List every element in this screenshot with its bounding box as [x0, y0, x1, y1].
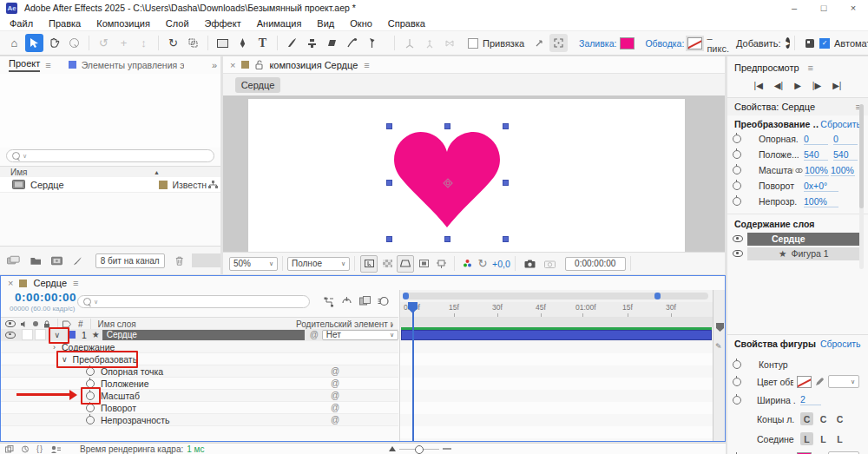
motion-blur-icon[interactable]	[378, 296, 389, 306]
play-button[interactable]: ▶	[794, 81, 801, 90]
selection-tool-icon[interactable]	[25, 34, 43, 52]
puppet-pin-tool-icon[interactable]	[363, 34, 381, 52]
join-round-button[interactable]: L	[817, 432, 830, 445]
anchor-y-value[interactable]: 0	[833, 134, 858, 145]
group-row-contents[interactable]: › Содержание	[1, 341, 398, 353]
text-tool-icon[interactable]: T	[253, 34, 272, 52]
home-tool-icon[interactable]: ⌂	[5, 34, 23, 52]
minimize-button[interactable]: –	[779, 0, 809, 16]
comp-panel-menu-icon[interactable]: ≡	[364, 60, 369, 70]
exposure-reset-icon[interactable]: ↻	[476, 254, 490, 273]
current-time-display[interactable]: 0:00:00:00	[565, 257, 626, 271]
cap-butt-button[interactable]: C	[800, 412, 813, 425]
mask-visibility-icon[interactable]	[397, 255, 414, 273]
pan-behind-tool-icon[interactable]	[184, 34, 202, 52]
cap-round-button[interactable]: C	[817, 412, 830, 425]
delete-icon[interactable]	[175, 255, 183, 266]
selection-handle[interactable]	[503, 236, 509, 242]
project-search-input[interactable]: ∨	[6, 149, 214, 162]
property-row-position[interactable]: Положение @	[1, 378, 398, 390]
group-row-transform[interactable]: ∨ Преобразовать	[1, 353, 398, 365]
stopwatch-icon[interactable]	[86, 404, 95, 412]
anchor-x-value[interactable]: 0	[804, 134, 828, 145]
next-frame-button[interactable]: |▶	[812, 81, 821, 90]
property-row-anchor-point[interactable]: Опорная точка @	[1, 365, 398, 378]
resolution-dropdown[interactable]: Полное∨	[287, 257, 350, 271]
local-axis-mode-icon[interactable]	[400, 34, 418, 52]
layer-eye-icon[interactable]	[5, 332, 16, 339]
opacity-value[interactable]: 100%	[804, 196, 838, 207]
project-panel-menu-icon[interactable]: ≡	[45, 60, 50, 70]
pickwhip-icon[interactable]: @	[331, 415, 339, 424]
join-bevel-button[interactable]: L	[833, 432, 846, 445]
properties-panel-icon[interactable]	[800, 34, 819, 52]
transparency-grid-icon[interactable]	[379, 256, 395, 272]
add-marker-icon[interactable]	[716, 323, 724, 332]
transform-group-label[interactable]: Преобразование …	[734, 119, 819, 129]
stopwatch-icon[interactable]	[733, 135, 741, 143]
eraser-tool-icon[interactable]	[323, 34, 341, 52]
shape-tool-icon[interactable]	[214, 34, 232, 52]
layer-duration-bar[interactable]	[401, 330, 712, 340]
scale-x-value[interactable]: 100%	[805, 165, 829, 176]
auto-open-checkbox[interactable]: ✓	[819, 38, 830, 49]
scale-stopwatch-icon[interactable]	[86, 391, 95, 400]
view-axis-mode-icon[interactable]	[440, 34, 458, 52]
tab-project[interactable]: Проект	[9, 58, 40, 72]
status-icon-frames[interactable]	[5, 445, 14, 453]
selection-handle[interactable]	[386, 180, 392, 186]
dolly-camera-tool-icon[interactable]: ↕	[135, 34, 153, 52]
last-frame-button[interactable]: ▶|	[832, 81, 841, 90]
layer-expand-chevron[interactable]: ∨	[55, 331, 61, 339]
playhead-line[interactable]	[412, 302, 414, 441]
link-scale-icon[interactable]	[795, 167, 803, 174]
hand-tool-icon[interactable]	[45, 34, 63, 52]
new-composition-icon[interactable]	[51, 256, 62, 266]
parent-pickwhip-icon[interactable]: @	[310, 330, 319, 339]
maximize-button[interactable]: □	[809, 0, 838, 16]
clone-stamp-tool-icon[interactable]	[303, 34, 321, 52]
menu-view[interactable]: Вид	[309, 18, 342, 29]
transform-reset-link[interactable]: Сбросить	[820, 119, 861, 129]
stopwatch-icon[interactable]	[733, 166, 741, 174]
preview-panel-title[interactable]: Предпросмотр	[734, 63, 799, 73]
add-menu-icon[interactable]: ▶	[786, 37, 790, 49]
menu-animation[interactable]: Анимация	[249, 18, 310, 29]
solo-toggle[interactable]	[35, 329, 46, 340]
timeline-navigator-bar[interactable]	[403, 293, 708, 299]
composition-canvas[interactable]	[248, 99, 685, 252]
stopwatch-icon[interactable]	[733, 197, 741, 206]
bit-depth-button[interactable]: 8 бит на канал	[95, 253, 165, 268]
group-expand-chevron[interactable]: ∨	[62, 355, 68, 364]
stopwatch-icon[interactable]	[733, 378, 741, 386]
group-expand-chevron[interactable]: ›	[53, 343, 56, 352]
fill-label[interactable]: Заливка:	[579, 38, 616, 49]
cap-square-button[interactable]: C	[833, 412, 846, 425]
close-tab-icon[interactable]: ×	[230, 60, 235, 70]
guides-icon[interactable]	[433, 256, 449, 272]
first-frame-button[interactable]: |◀	[754, 81, 763, 90]
project-item-row[interactable]: Сердце Известн	[0, 177, 220, 193]
stopwatch-icon[interactable]	[733, 360, 741, 369]
panel-scrollbar[interactable]	[859, 104, 864, 269]
orbit-camera-tool-icon[interactable]: ↺	[95, 34, 113, 52]
layer-label-chip[interactable]	[68, 331, 76, 339]
zoom-tool-icon[interactable]	[65, 34, 83, 52]
stroke-color-swatch[interactable]	[797, 376, 812, 388]
stopwatch-icon[interactable]	[86, 379, 95, 388]
position-y-value[interactable]: 540	[833, 149, 858, 161]
pen-tool-icon[interactable]	[233, 34, 252, 52]
show-snapshot-icon[interactable]	[541, 254, 559, 273]
world-axis-mode-icon[interactable]	[420, 34, 438, 52]
eyedropper-icon[interactable]	[815, 377, 825, 386]
menu-layer[interactable]: Слой	[158, 18, 197, 29]
selection-handle[interactable]	[444, 123, 450, 129]
zoom-in-mountain-icon[interactable]	[443, 448, 451, 450]
content-item-shape[interactable]: ★Фигура 1	[727, 246, 868, 261]
close-button[interactable]: ×	[838, 0, 868, 16]
stopwatch-icon[interactable]	[86, 367, 95, 376]
selection-handle[interactable]	[503, 123, 509, 129]
fill-color-swatch[interactable]	[620, 37, 635, 49]
pickwhip-icon[interactable]: @	[331, 378, 339, 388]
more-tabs-icon[interactable]: »	[212, 60, 217, 70]
